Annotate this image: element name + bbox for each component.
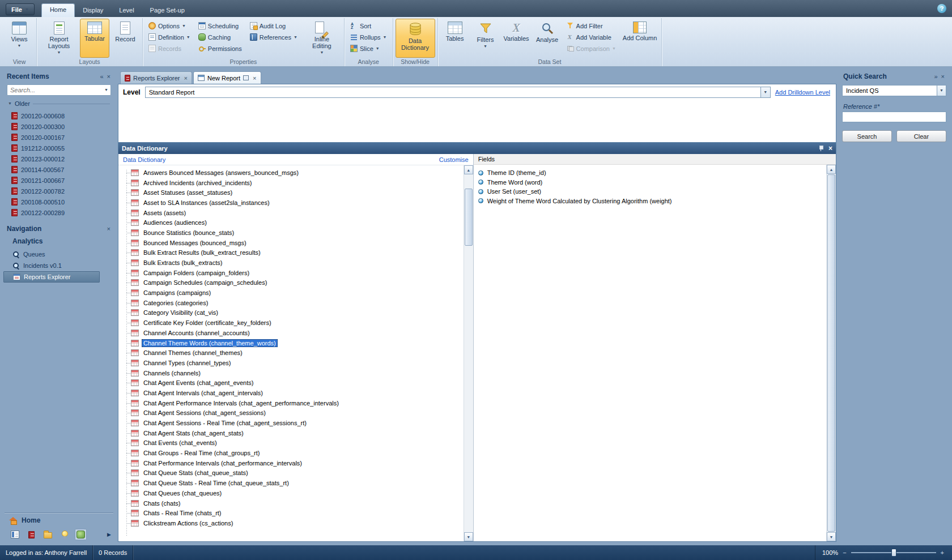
table-row[interactable]: Chat Agent Sessions - Real Time (chat_ag… [118,418,464,428]
recent-item[interactable]: 200120-000300 [11,121,114,132]
table-row[interactable]: Campaigns (campaigns) [118,288,464,298]
table-row[interactable]: Certificate Key Folder (certificate_key_… [118,318,464,328]
address-book-tool[interactable] [9,529,21,540]
scroll-down-icon[interactable]: ▼ [464,532,473,541]
recent-item[interactable]: 200120-000608 [11,110,114,121]
table-row[interactable]: Assets (assets) [118,208,464,218]
recent-item[interactable]: 191212-000055 [11,143,114,153]
table-row[interactable]: Asset Statuses (asset_statuses) [118,187,464,198]
options-button[interactable]: Options ▼ [145,20,194,31]
recent-item[interactable]: 200120-000167 [11,132,114,143]
ribbon-tab-page-setup[interactable]: Page Set-up [142,4,193,17]
table-row[interactable]: Bulk Extracts (bulk_extracts) [118,258,464,268]
recent-item[interactable]: 200122-000782 [11,186,114,196]
ideas-tool[interactable] [58,529,70,540]
search-input[interactable] [7,87,102,93]
analytics-tool[interactable] [75,529,87,540]
ribbon-tab-level[interactable]: Level [111,4,142,17]
table-row[interactable]: Campaign Folders (campaign_folders) [118,268,464,278]
report-layouts-button[interactable]: Report Layouts ▼ [39,19,79,58]
scroll-up-icon[interactable]: ▲ [827,165,836,174]
table-row[interactable]: Channels (channels) [118,368,464,378]
recent-item[interactable]: 200123-000012 [11,153,114,164]
table-row[interactable]: Chat Queue Stats (chat_queue_stats) [118,468,464,478]
add-filter-button[interactable]: Add Filter [563,20,619,31]
inline-editing-button[interactable]: Inline Editing ▼ [302,19,342,58]
table-row[interactable]: Chats - Real Time (chats_rt) [118,508,464,518]
more-tools-arrow-icon[interactable]: ▶ [107,532,111,537]
table-row[interactable]: Clickstream Actions (cs_actions) [118,518,464,528]
folder-tool[interactable] [42,529,54,540]
search-button[interactable]: Search [842,130,892,142]
table-row[interactable]: Categories (categories) [118,298,464,308]
table-row[interactable]: Channel Themes (channel_themes) [118,348,464,358]
scrollbar-thumb[interactable] [827,174,835,532]
record-button[interactable]: Record [110,19,140,58]
reports-tool[interactable] [26,529,37,540]
table-row[interactable]: Bounce Statistics (bounce_stats) [118,228,464,238]
table-row[interactable]: Category Visibility (cat_vis) [118,308,464,318]
field-row[interactable]: Weight of Theme Word Calculated by Clust… [478,196,826,206]
reference-input[interactable] [843,112,946,122]
scheduling-button[interactable]: Scheduling [195,20,245,31]
close-icon[interactable]: × [940,73,946,80]
zoom-slider[interactable] [851,552,936,553]
data-dictionary-link[interactable]: Data Dictionary [123,156,165,163]
table-row[interactable]: Chat Agent Performance Intervals (chat_a… [118,398,464,408]
table-row[interactable]: Chat Performance Intervals (chat_perform… [118,458,464,468]
data-dictionary-button[interactable]: Data Dictionary [396,19,435,58]
sidebar-item-home[interactable]: Home [3,514,114,527]
close-icon[interactable]: × [105,73,112,80]
zoom-slider-thumb[interactable] [891,549,896,557]
definition-button[interactable]: Definition ▼ [145,32,194,42]
caching-button[interactable]: Caching [195,32,245,42]
table-row[interactable]: Bulk Extract Results (bulk_extract_resul… [118,248,464,258]
field-row[interactable]: Theme Word (word) [478,178,826,187]
tabular-button[interactable]: Tabular [80,19,109,58]
table-row[interactable]: Chat Agent Intervals (chat_agent_interva… [118,388,464,398]
scroll-down-icon[interactable]: ▼ [827,532,836,541]
tab-reports-explorer[interactable]: Reports Explorer × [120,71,192,84]
table-row[interactable]: Campaign Schedules (campaign_schedules) [118,278,464,288]
table-row[interactable]: Channel Types (channel_types) [118,358,464,368]
table-row[interactable]: Audiences (audiences) [118,217,464,228]
recent-item[interactable]: 200114-000567 [11,164,114,175]
table-row[interactable]: Channel Accounts (channel_accounts) [118,328,464,338]
table-row[interactable]: Chat Events (chat_events) [118,438,464,448]
ribbon-tab-home[interactable]: Home [41,3,75,17]
collapse-left-icon[interactable]: « [98,73,105,80]
sidebar-item-incidents[interactable]: Incidents v0.1 [3,260,114,271]
audit-log-button[interactable]: Audit Log [246,20,301,31]
close-tab-icon[interactable]: × [183,75,188,82]
sidebar-item-reports-explorer[interactable]: Reports Explorer [3,271,100,283]
quick-search-report-selector[interactable]: Incident QS ▼ [842,85,946,96]
ribbon-tab-display[interactable]: Display [75,4,111,17]
chevron-down-icon[interactable]: ▼ [102,88,110,92]
combo-dropdown-button[interactable]: ▼ [937,86,946,96]
tab-new-report[interactable]: New Report × [193,71,261,84]
variables-button[interactable]: X Variables [502,19,532,58]
views-button[interactable]: Views ▼ [5,19,34,58]
clear-button[interactable]: Clear [896,130,946,142]
scrollbar-thumb[interactable] [465,189,473,246]
pin-icon[interactable] [818,145,824,152]
sort-button[interactable]: Sort [347,20,390,31]
file-menu-button[interactable]: File ▼ [6,3,35,15]
add-variable-button[interactable]: Add Variable [563,32,619,42]
zoom-in-icon[interactable]: + [941,549,944,556]
table-row[interactable]: Chat Agent Events (chat_agent_events) [118,378,464,388]
table-row[interactable]: Chat Queues (chat_queues) [118,488,464,498]
recent-item[interactable]: 200108-000510 [11,196,114,207]
analyse-button[interactable]: Analyse [533,19,562,58]
sidebar-item-queues[interactable]: Queues [3,249,114,260]
slice-button[interactable]: Slice ▼ [347,43,390,54]
rollups-button[interactable]: Rollups ▼ [347,32,390,42]
recent-item[interactable]: 200121-000667 [11,175,114,186]
tables-button[interactable]: Tables [440,19,470,58]
table-row[interactable]: Chat Agent Stats (chat_agent_stats) [118,428,464,438]
add-column-button[interactable]: Add Column [620,19,660,58]
close-icon[interactable]: × [105,225,112,232]
filters-button[interactable]: Filters ▼ [471,19,500,58]
field-row[interactable]: Theme ID (theme_id) [478,168,826,178]
close-tab-icon[interactable]: × [252,75,256,82]
